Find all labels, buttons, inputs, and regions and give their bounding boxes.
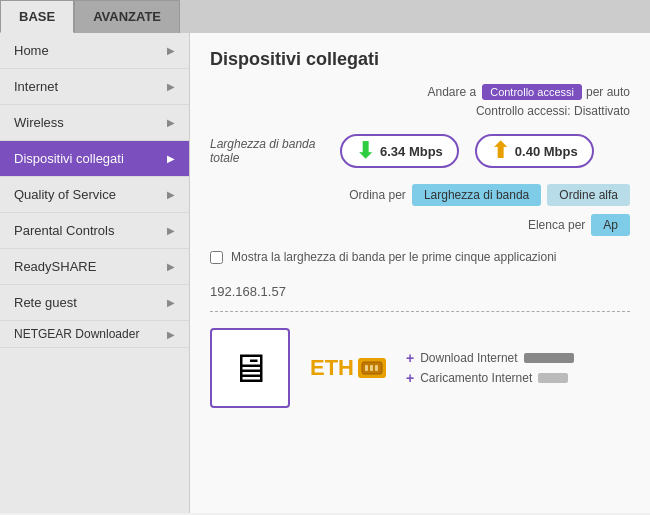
elenca-label: Elenca per (528, 218, 585, 232)
sidebar-item-wireless[interactable]: Wireless ▶ (0, 105, 189, 141)
upload-stat-label: Caricamento Internet (420, 371, 532, 385)
svg-rect-3 (375, 365, 378, 371)
svg-rect-1 (365, 365, 368, 371)
eth-label: ETH (310, 355, 386, 381)
chevron-right-icon: ▶ (167, 117, 175, 128)
show-bandwidth-checkbox[interactable] (210, 251, 223, 264)
tab-base[interactable]: BASE (0, 0, 74, 33)
tabs-bar: BASE AVANZATE (0, 0, 650, 33)
sidebar-item-label: Internet (14, 79, 58, 94)
access-status-value: Disattivato (574, 104, 630, 118)
sidebar-item-internet[interactable]: Internet ▶ (0, 69, 189, 105)
download-stat-label: Download Internet (420, 351, 517, 365)
download-bar (524, 353, 574, 363)
monitor-icon: 🖥 (230, 346, 270, 391)
chevron-right-icon: ▶ (167, 81, 175, 92)
show-bandwidth-label: Mostra la larghezza di banda per le prim… (231, 250, 557, 264)
elenca-button[interactable]: Ap (591, 214, 630, 236)
chevron-right-icon: ▶ (167, 153, 175, 164)
sidebar-item-label: Home (14, 43, 49, 58)
download-stat-row: + Download Internet (406, 350, 574, 366)
chevron-right-icon: ▶ (167, 297, 175, 308)
bandwidth-row: Larghezza di banda totale ⬇ 6.34 Mbps ⬆ … (210, 134, 630, 168)
access-status-label: Controllo accessi: (476, 104, 571, 118)
sort-alphabetical-button[interactable]: Ordine alfa (547, 184, 630, 206)
bandwidth-label: Larghezza di banda totale (210, 137, 330, 165)
access-control-row: Andare a Controllo accessi per auto (210, 84, 630, 100)
download-plus-icon: + (406, 350, 414, 366)
chevron-right-icon: ▶ (167, 261, 175, 272)
sort-label: Ordina per (349, 188, 406, 202)
main-layout: Home ▶ Internet ▶ Wireless ▶ Dispositivi… (0, 33, 650, 513)
upload-stat-row: + Caricamento Internet (406, 370, 574, 386)
upload-value: 0.40 Mbps (515, 144, 578, 159)
device-icon-box: 🖥 (210, 328, 290, 408)
chevron-right-icon: ▶ (167, 329, 175, 340)
upload-arrow-icon: ⬆ (491, 140, 509, 162)
upload-plus-icon: + (406, 370, 414, 386)
content-area: Dispositivi collegati Andare a Controllo… (190, 33, 650, 513)
access-control-button[interactable]: Controllo accessi (482, 84, 582, 100)
elenca-row: Elenca per Ap (210, 214, 630, 236)
page-title: Dispositivi collegati (210, 49, 630, 70)
sidebar-item-rete-guest[interactable]: Rete guest ▶ (0, 285, 189, 321)
sidebar: Home ▶ Internet ▶ Wireless ▶ Dispositivi… (0, 33, 190, 513)
sidebar-item-dispositivi[interactable]: Dispositivi collegati ▶ (0, 141, 189, 177)
sort-row: Ordina per Larghezza di banda Ordine alf… (210, 184, 630, 206)
sidebar-item-label: NETGEAR Downloader (14, 327, 139, 341)
sidebar-item-quality[interactable]: Quality of Service ▶ (0, 177, 189, 213)
svg-rect-2 (370, 365, 373, 371)
sidebar-item-label: Wireless (14, 115, 64, 130)
sidebar-item-netgear[interactable]: NETGEAR Downloader ▶ (0, 321, 189, 348)
sidebar-item-label: Quality of Service (14, 187, 116, 202)
access-control-suffix: per auto (586, 85, 630, 99)
chevron-right-icon: ▶ (167, 225, 175, 236)
eth-text: ETH (310, 355, 354, 381)
device-card: 🖥 ETH + Download Internet (210, 328, 630, 408)
sidebar-item-label: ReadySHARE (14, 259, 96, 274)
download-bandwidth-button[interactable]: ⬇ 6.34 Mbps (340, 134, 459, 168)
access-status-row: Controllo accessi: Disattivato (210, 104, 630, 118)
sidebar-item-label: Parental Controls (14, 223, 114, 238)
download-arrow-icon: ⬇ (356, 140, 374, 162)
sidebar-item-label: Dispositivi collegati (14, 151, 124, 166)
device-stats: + Download Internet + Caricamento Intern… (406, 350, 574, 386)
show-bandwidth-row: Mostra la larghezza di banda per le prim… (210, 250, 630, 264)
upload-bar (538, 373, 568, 383)
chevron-right-icon: ▶ (167, 45, 175, 56)
ip-address-row: 192.168.1.57 (210, 284, 630, 312)
tab-avanzate[interactable]: AVANZATE (74, 0, 180, 33)
chevron-right-icon: ▶ (167, 189, 175, 200)
eth-port-icon (358, 358, 386, 378)
upload-bandwidth-button[interactable]: ⬆ 0.40 Mbps (475, 134, 594, 168)
ip-address: 192.168.1.57 (210, 284, 286, 299)
sidebar-item-home[interactable]: Home ▶ (0, 33, 189, 69)
access-control-prefix: Andare a (427, 85, 476, 99)
sort-by-bandwidth-button[interactable]: Larghezza di banda (412, 184, 541, 206)
download-value: 6.34 Mbps (380, 144, 443, 159)
sidebar-item-parental[interactable]: Parental Controls ▶ (0, 213, 189, 249)
sidebar-item-label: Rete guest (14, 295, 77, 310)
sidebar-item-readyshare[interactable]: ReadySHARE ▶ (0, 249, 189, 285)
